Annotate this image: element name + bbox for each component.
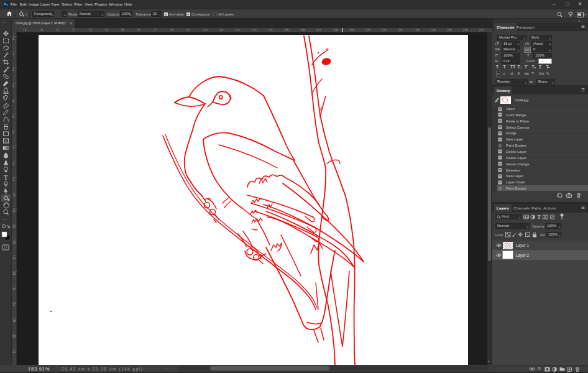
svg-text:T: T <box>538 214 541 219</box>
svg-text:19: 19 <box>12 335 16 338</box>
svg-text:7: 7 <box>12 147 14 150</box>
svg-text:T: T <box>4 174 8 181</box>
svg-text:9: 9 <box>12 178 14 182</box>
svg-text:6: 6 <box>12 131 14 134</box>
svg-text:11: 11 <box>12 210 16 213</box>
svg-text:4: 4 <box>12 100 14 103</box>
svg-text:10: 10 <box>12 194 16 197</box>
svg-text:12: 12 <box>12 225 16 228</box>
svg-text:12: 12 <box>236 28 240 32</box>
svg-text:17: 17 <box>318 28 321 32</box>
svg-text:»: » <box>2 20 5 24</box>
svg-text:0: 0 <box>41 28 43 32</box>
svg-text:15: 15 <box>12 272 16 275</box>
svg-text:22: 22 <box>399 28 403 32</box>
svg-text:8: 8 <box>12 163 14 166</box>
svg-text:13: 13 <box>12 241 16 244</box>
svg-text:20: 20 <box>12 351 16 354</box>
svg-text:5: 5 <box>12 116 14 119</box>
svg-text:16: 16 <box>12 288 16 291</box>
svg-text:17: 17 <box>12 303 16 306</box>
svg-text:27: 27 <box>480 28 484 32</box>
svg-text:3: 3 <box>12 85 14 88</box>
svg-text:0: 0 <box>12 37 14 40</box>
svg-text:⋯: ⋯ <box>2 218 7 222</box>
svg-text:18: 18 <box>12 320 16 323</box>
svg-text:5: 5 <box>122 28 124 32</box>
svg-text:1: 1 <box>12 53 14 56</box>
svg-text:14: 14 <box>12 257 16 260</box>
svg-text:2: 2 <box>12 68 14 71</box>
